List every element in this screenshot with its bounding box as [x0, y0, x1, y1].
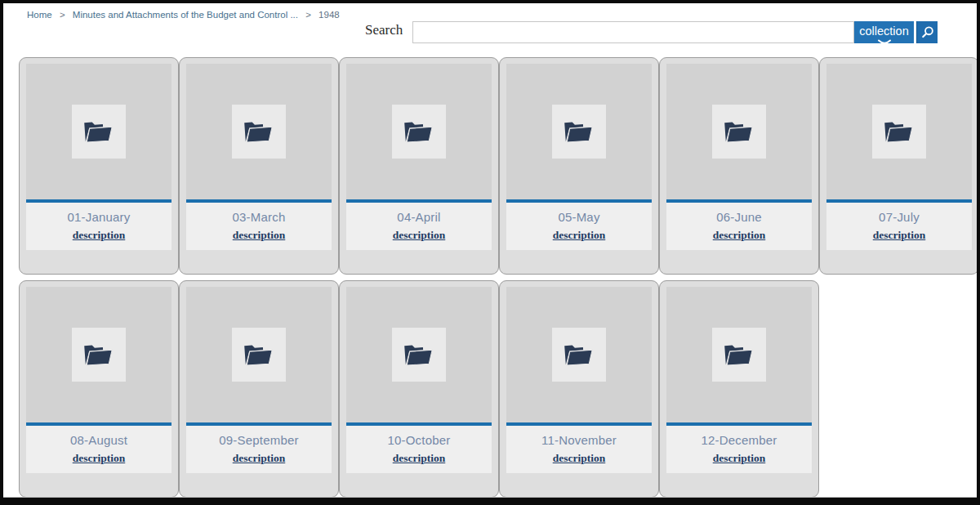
open-folder-icon — [724, 119, 755, 144]
card-title: 05-May — [506, 210, 652, 224]
icon-box — [392, 105, 446, 159]
folder-card-july[interactable]: 07-July description — [819, 57, 979, 275]
search-scope-button[interactable]: collection — [854, 21, 914, 43]
icon-box — [72, 105, 126, 159]
folder-card-may[interactable]: 05-May description — [499, 57, 659, 275]
card-thumbnail — [186, 64, 332, 199]
folder-card-november[interactable]: 11-November description — [499, 280, 659, 498]
card-thumbnail — [346, 287, 492, 422]
description-link[interactable]: description — [393, 229, 446, 242]
folder-card-grid: 01-January description 03-March de — [19, 57, 979, 498]
folder-card-june[interactable]: 06-June description — [659, 57, 819, 275]
open-folder-icon — [884, 119, 915, 144]
card-panel: 11-November description — [506, 426, 652, 473]
icon-box — [872, 105, 926, 159]
card-panel: 05-May description — [506, 203, 652, 250]
card-thumbnail — [666, 287, 812, 422]
card-thumbnail — [346, 64, 492, 199]
open-folder-icon — [403, 342, 434, 367]
card-thumbnail — [666, 64, 812, 199]
folder-card-january[interactable]: 01-January description — [19, 57, 179, 275]
description-link[interactable]: description — [73, 229, 126, 242]
folder-card-october[interactable]: 10-October description — [339, 280, 499, 498]
card-title: 10-October — [346, 433, 492, 447]
description-link[interactable]: description — [233, 229, 286, 242]
open-folder-icon — [564, 342, 595, 367]
card-title: 04-April — [346, 210, 492, 224]
description-link[interactable]: description — [393, 452, 446, 465]
open-folder-icon — [83, 342, 114, 367]
magnifier-icon — [920, 25, 935, 40]
folder-card-december[interactable]: 12-December description — [659, 280, 819, 498]
search-scope-label: collection — [859, 25, 908, 38]
search-input[interactable] — [412, 21, 854, 43]
folder-card-april[interactable]: 04-April description — [339, 57, 499, 275]
search-submit-button[interactable] — [916, 21, 938, 43]
breadcrumb-separator: > — [305, 10, 311, 20]
chevron-down-icon — [877, 39, 892, 46]
breadcrumb-separator: > — [60, 10, 65, 20]
card-thumbnail — [826, 64, 972, 199]
card-panel: 06-June description — [666, 203, 812, 250]
icon-box — [232, 328, 286, 382]
icon-box — [712, 105, 766, 159]
card-title: 12-December — [666, 433, 812, 447]
card-title: 08-August — [26, 433, 172, 447]
folder-card-september[interactable]: 09-September description — [179, 280, 339, 498]
folder-card-march[interactable]: 03-March description — [179, 57, 339, 275]
card-panel: 04-April description — [346, 203, 492, 250]
description-link[interactable]: description — [73, 452, 126, 465]
description-link[interactable]: description — [553, 229, 606, 242]
card-title: 07-July — [826, 210, 972, 224]
card-panel: 07-July description — [826, 203, 972, 250]
browser-viewport: Home > Minutes and Attachments of the Bu… — [0, 0, 980, 505]
open-folder-icon — [83, 119, 114, 144]
search-label: Search — [365, 22, 403, 38]
open-folder-icon — [243, 119, 274, 144]
card-thumbnail — [186, 287, 332, 422]
open-folder-icon — [403, 119, 434, 144]
card-title: 01-January — [26, 210, 172, 224]
open-folder-icon — [724, 342, 755, 367]
card-title: 11-November — [506, 433, 652, 447]
icon-box — [72, 328, 126, 382]
breadcrumb-home-link[interactable]: Home — [27, 10, 52, 20]
card-thumbnail — [26, 287, 172, 422]
card-thumbnail — [506, 64, 652, 199]
card-thumbnail — [26, 64, 172, 199]
folder-card-august[interactable]: 08-August description — [19, 280, 179, 498]
icon-box — [552, 105, 606, 159]
card-title: 09-September — [186, 433, 332, 447]
icon-box — [232, 105, 286, 159]
description-link[interactable]: description — [553, 452, 606, 465]
description-link[interactable]: description — [873, 229, 926, 242]
card-title: 06-June — [666, 210, 812, 224]
open-folder-icon — [564, 119, 595, 144]
card-panel: 01-January description — [26, 203, 172, 250]
card-panel: 03-March description — [186, 203, 332, 250]
card-panel: 12-December description — [666, 426, 812, 473]
card-panel: 08-August description — [26, 426, 172, 473]
description-link[interactable]: description — [713, 452, 766, 465]
breadcrumb-current-page: 1948 — [318, 10, 340, 20]
icon-box — [552, 328, 606, 382]
card-title: 03-March — [186, 210, 332, 224]
description-link[interactable]: description — [713, 229, 766, 242]
open-folder-icon — [243, 342, 274, 367]
description-link[interactable]: description — [233, 452, 286, 465]
breadcrumb-collection-link[interactable]: Minutes and Attachments of the Budget an… — [73, 10, 298, 20]
icon-box — [712, 328, 766, 382]
icon-box — [392, 328, 446, 382]
card-panel: 09-September description — [186, 426, 332, 473]
breadcrumb: Home > Minutes and Attachments of the Bu… — [27, 10, 340, 20]
card-thumbnail — [506, 287, 652, 422]
card-panel: 10-October description — [346, 426, 492, 473]
